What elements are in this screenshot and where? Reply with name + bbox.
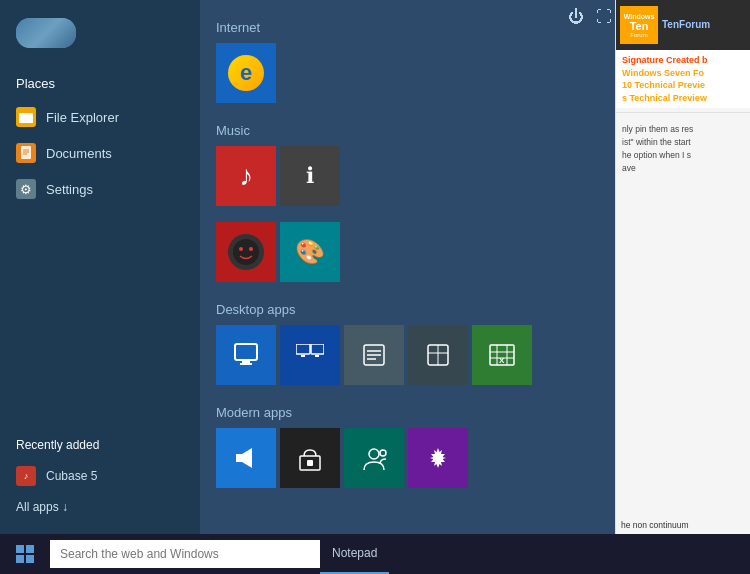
file-explorer-icon xyxy=(16,107,36,127)
info-icon: ℹ xyxy=(306,163,314,189)
svg-rect-15 xyxy=(301,355,305,357)
forum-divider xyxy=(616,112,750,113)
avatar xyxy=(16,18,76,48)
places-title: Places xyxy=(0,72,200,99)
face-svg xyxy=(232,238,260,266)
forum-panel: Windows Ten Forum TenForum Signature Cre… xyxy=(615,0,750,574)
forum-footer: he non continuum xyxy=(615,516,750,534)
tiles-panel: ⏻ ⛶ Internet e Music ♪ xyxy=(200,0,620,540)
desktop-app1-tile[interactable] xyxy=(216,325,276,385)
file-explorer-label: File Explorer xyxy=(46,110,119,125)
recently-added-title: Recently added xyxy=(0,434,200,460)
all-apps-link[interactable]: All apps ↓ xyxy=(0,492,200,522)
music-section-label: Music xyxy=(216,123,604,138)
notepad-label: Notepad xyxy=(332,546,377,560)
modern-apps-section: Modern apps xyxy=(216,405,604,488)
cubase-label: Cubase 5 xyxy=(46,469,97,483)
taskbar: Notepad xyxy=(0,534,750,574)
svg-rect-37 xyxy=(16,545,24,553)
misc-tile-row: 🎨 xyxy=(216,222,604,282)
svg-rect-1 xyxy=(19,115,33,123)
ie-tile[interactable]: e xyxy=(216,43,276,103)
forum-logo-windows: Windows xyxy=(624,13,655,20)
windows-seven-line: Windows Seven Fo xyxy=(622,67,744,80)
svg-rect-13 xyxy=(296,344,310,354)
technical-preview-line: s Technical Preview xyxy=(622,92,744,105)
modern-app1-tile[interactable] xyxy=(216,428,276,488)
fullscreen-button[interactable]: ⛶ xyxy=(596,8,612,26)
people-icon xyxy=(360,444,388,472)
svg-rect-33 xyxy=(307,460,313,466)
forum-header: Windows Ten Forum TenForum xyxy=(616,0,750,50)
desktop-app4-tile[interactable] xyxy=(408,325,468,385)
svg-rect-31 xyxy=(236,454,238,462)
doc-svg xyxy=(20,146,32,160)
desktop-apps-tile-row: X xyxy=(216,325,604,385)
sidebar-item-documents[interactable]: Documents xyxy=(0,135,200,171)
settings-icon: ⚙ xyxy=(16,179,36,199)
forum-content: Signature Created b Windows Seven Fo 10 … xyxy=(616,50,750,108)
documents-icon xyxy=(16,143,36,163)
recently-added-section: Recently added ♪ Cubase 5 All apps ↓ xyxy=(0,426,200,530)
svg-rect-12 xyxy=(240,363,252,365)
desktop-apps-section: Desktop apps xyxy=(216,302,604,385)
svg-point-34 xyxy=(369,449,379,459)
svg-rect-14 xyxy=(311,344,324,354)
forum-footer-text: he non continuum xyxy=(621,520,689,530)
taskbar-app-notepad[interactable]: Notepad xyxy=(320,534,389,574)
excel-icon: X xyxy=(488,341,516,369)
monitor-icon xyxy=(232,341,260,369)
svg-marker-30 xyxy=(236,448,252,468)
svg-text:X: X xyxy=(499,356,505,365)
signature-created-line: Signature Created b xyxy=(622,54,744,67)
internet-tile-row: e xyxy=(216,43,604,103)
store-tile[interactable] xyxy=(280,428,340,488)
desktop-app2-tile[interactable] xyxy=(280,325,340,385)
svg-point-7 xyxy=(233,239,259,265)
desktop-app5-tile[interactable]: X xyxy=(472,325,532,385)
recent-item-cubase[interactable]: ♪ Cubase 5 xyxy=(0,460,200,492)
internet-section-label: Internet xyxy=(216,20,604,35)
table-icon xyxy=(426,341,450,369)
info-tile[interactable]: ℹ xyxy=(280,146,340,206)
forum-body-text: nly pin them as resist" within the start… xyxy=(622,123,744,174)
user-area xyxy=(0,10,200,64)
desktop-app3-tile[interactable] xyxy=(344,325,404,385)
svg-rect-39 xyxy=(16,555,24,563)
modern-apps-label: Modern apps xyxy=(216,405,604,420)
left-panel: Places File Explorer xyxy=(0,0,200,540)
windows-logo-icon xyxy=(16,545,34,563)
documents-label: Documents xyxy=(46,146,112,161)
music-tile[interactable]: ♪ xyxy=(216,146,276,206)
paint-tile[interactable]: 🎨 xyxy=(280,222,340,282)
store-icon xyxy=(296,444,324,472)
start-button[interactable] xyxy=(0,534,50,574)
sidebar-item-settings[interactable]: ⚙ Settings xyxy=(0,171,200,207)
settings-gear-icon xyxy=(424,444,452,472)
modern-settings-tile[interactable] xyxy=(408,428,468,488)
forum-body: nly pin them as resist" within the start… xyxy=(616,117,750,180)
search-input[interactable] xyxy=(50,540,320,568)
music-note-icon: ♪ xyxy=(239,160,253,192)
svg-rect-16 xyxy=(315,355,319,357)
all-apps-label: All apps ↓ xyxy=(16,500,68,514)
svg-point-35 xyxy=(380,450,386,456)
top-controls: ⏻ ⛶ xyxy=(568,8,612,26)
svg-rect-38 xyxy=(26,545,34,553)
people-tile[interactable] xyxy=(344,428,404,488)
svg-point-9 xyxy=(249,247,253,251)
music-tile-row: ♪ ℹ xyxy=(216,146,604,206)
start-menu: Places File Explorer xyxy=(0,0,620,540)
paint-icon: 🎨 xyxy=(295,238,325,266)
forum-logo-inner: Windows Ten Forum xyxy=(624,13,655,38)
list-icon xyxy=(362,341,386,369)
svg-rect-10 xyxy=(235,344,257,360)
svg-rect-11 xyxy=(242,361,250,363)
misc-section: 🎨 xyxy=(216,222,604,282)
cubase-icon: ♪ xyxy=(16,466,36,486)
power-button[interactable]: ⏻ xyxy=(568,8,584,26)
sidebar-item-file-explorer[interactable]: File Explorer xyxy=(0,99,200,135)
svg-point-8 xyxy=(239,247,243,251)
ie-icon: e xyxy=(228,55,264,91)
app1-tile[interactable] xyxy=(216,222,276,282)
